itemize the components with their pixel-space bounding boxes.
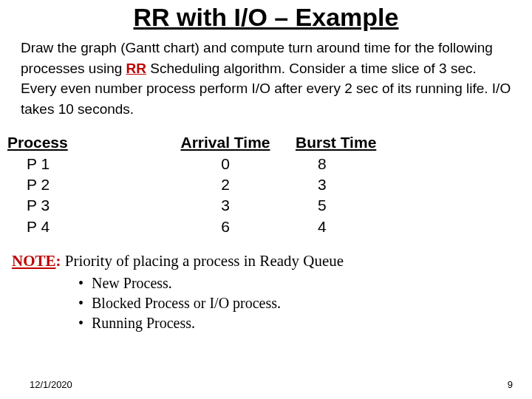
list-item: •Running Process. — [78, 315, 520, 332]
table-row: P 4 6 4 — [7, 216, 525, 237]
list-item: •Blocked Process or I/O process. — [78, 295, 520, 312]
note-colon: : — [56, 252, 61, 270]
cell-process: P 4 — [7, 216, 155, 237]
cell-burst: 5 — [296, 195, 399, 216]
bullet-text: Running Process. — [92, 315, 195, 331]
cell-arrival: 2 — [155, 174, 296, 195]
cell-arrival: 6 — [155, 216, 296, 237]
footer-page-number: 9 — [508, 379, 513, 390]
note-label: NOTE — [12, 252, 56, 270]
cell-burst: 8 — [296, 154, 399, 174]
slide-title: RR with I/O – Example — [0, 3, 532, 32]
note-section: NOTE: Priority of placing a process in R… — [0, 252, 532, 332]
note-bullet-list: •New Process. •Blocked Process or I/O pr… — [12, 275, 520, 332]
col-header-burst: Burst Time — [296, 132, 399, 153]
bullet-icon: • — [78, 315, 92, 332]
footer-date: 12/1/2020 — [30, 379, 72, 390]
col-header-arrival: Arrival Time — [155, 132, 296, 153]
note-heading-line: NOTE: Priority of placing a process in R… — [12, 252, 520, 270]
cell-process: P 2 — [7, 174, 155, 195]
problem-statement: Draw the graph (Gantt chart) and compute… — [0, 38, 532, 119]
cell-process: P 3 — [7, 195, 155, 216]
bullet-icon: • — [78, 295, 92, 312]
table-row: P 1 0 8 — [7, 154, 525, 174]
cell-arrival: 0 — [155, 154, 296, 174]
col-header-process: Process — [7, 132, 155, 153]
cell-burst: 3 — [296, 174, 399, 195]
table-row: P 3 3 5 — [7, 195, 525, 216]
cell-arrival: 3 — [155, 195, 296, 216]
cell-burst: 4 — [296, 216, 399, 237]
cell-process: P 1 — [7, 154, 155, 174]
table-header-row: Process Arrival Time Burst Time — [7, 132, 525, 153]
bullet-text: Blocked Process or I/O process. — [92, 295, 281, 311]
bullet-icon: • — [78, 275, 92, 292]
table-row: P 2 2 3 — [7, 174, 525, 195]
prompt-rr-highlight: RR — [126, 61, 146, 76]
list-item: •New Process. — [78, 275, 520, 292]
note-text: Priority of placing a process in Ready Q… — [61, 252, 344, 270]
process-table: Process Arrival Time Burst Time P 1 0 8 … — [0, 132, 532, 237]
bullet-text: New Process. — [92, 275, 172, 291]
